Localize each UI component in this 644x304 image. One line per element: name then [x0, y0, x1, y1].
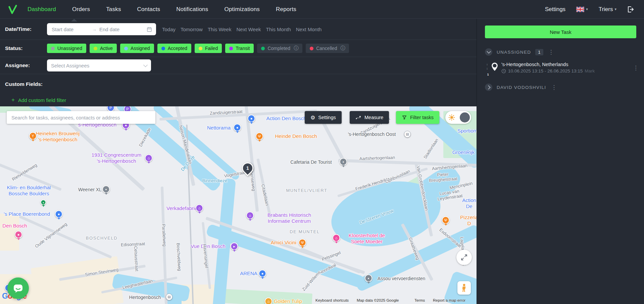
start-date-input[interactable]	[51, 26, 92, 33]
user-name: Triers	[599, 6, 613, 13]
status-filter-failed[interactable]: Failed	[195, 44, 222, 53]
quick-filter-this-month[interactable]: This Month	[266, 27, 291, 32]
kebab-menu-icon[interactable]: ⋮	[550, 85, 557, 90]
quick-filter-next-week[interactable]: Next Week	[236, 27, 261, 32]
user-menu[interactable]: Triers ▾	[599, 6, 616, 13]
add-custom-field-button[interactable]: + Add custom field filter	[11, 97, 66, 103]
quick-filter-tomorrow[interactable]: Tomorrow	[181, 27, 203, 32]
pegman-button[interactable]	[457, 281, 471, 295]
clock-icon	[501, 69, 506, 73]
nav-item-dashboard[interactable]: Dashboard	[28, 6, 56, 13]
museum-marker-brabants-historisch[interactable]: ⌂	[246, 212, 254, 219]
restaurant-marker-amici-vicini[interactable]: Ψ	[299, 239, 306, 247]
bar-marker-heineken[interactable]: Y	[29, 132, 37, 140]
filter-tasks-button[interactable]: Filter tasks	[396, 111, 439, 124]
nav-item-tasks[interactable]: Tasks	[106, 6, 121, 13]
nav-item-orders[interactable]: Orders	[72, 6, 90, 13]
status-label: Transit	[236, 46, 250, 51]
hotel-marker-golden-tulip[interactable]: ⌂	[265, 298, 273, 304]
status-filter-assigned[interactable]: Assigned	[120, 44, 154, 53]
task-card[interactable]: ↑↓1's-Hertogenbosch, Netherlands10.06.20…	[486, 62, 639, 73]
logout-icon[interactable]	[627, 5, 635, 13]
restaurant-marker-heinde-den-bosch[interactable]: Ψ	[256, 133, 263, 140]
poi-marker-cafetaria-de-tourist[interactable]: ●	[340, 158, 347, 166]
pegman-icon	[460, 284, 468, 292]
calendar-icon[interactable]	[147, 27, 152, 32]
marker-glyph: ⌂	[198, 206, 201, 210]
nav-item-reports[interactable]: Reports	[276, 6, 296, 13]
language-selector[interactable]: ▾	[576, 7, 588, 12]
marker-tail	[258, 140, 261, 142]
map-search-input[interactable]	[7, 111, 155, 124]
poi-marker-arena[interactable]: ●	[259, 270, 266, 277]
store-marker-nettorama[interactable]: ●	[234, 124, 241, 132]
store-marker-action-den-bosch[interactable]: ●	[248, 115, 255, 122]
datetime-label: Date/Time:	[5, 26, 47, 32]
expand-map-button[interactable]	[456, 250, 472, 265]
collapse-toggle[interactable]	[485, 48, 492, 56]
nav-settings[interactable]: Settings	[545, 6, 565, 13]
map-settings-label: Settings	[318, 115, 336, 120]
map-attribution-item[interactable]: Report a map error	[433, 298, 465, 302]
park-marker[interactable]: ●	[41, 200, 46, 205]
status-filter-active[interactable]: Active	[90, 44, 117, 53]
funnel-icon	[402, 115, 407, 120]
quick-filter-next-month[interactable]: Next Month	[296, 27, 322, 32]
status-filter-transit[interactable]: Transit	[225, 44, 254, 53]
assignee-label: Assignee:	[5, 62, 47, 68]
chat-widget-button[interactable]	[7, 277, 29, 299]
kebab-menu-icon[interactable]: ⋮	[548, 49, 555, 55]
restaurant-marker-pizzeria[interactable]: Ψ	[442, 216, 450, 224]
task-sidebar: New Task UNASSIGNED1⋮↑↓1's-Hertogenbosch…	[477, 19, 644, 304]
status-filter-completed[interactable]: Completedⓘ	[257, 44, 302, 53]
marker-glyph: Ψ	[258, 135, 261, 138]
marker-tail	[125, 129, 127, 131]
date-quick-links: TodayTomorrowThis WeekNext WeekThis Mont…	[162, 27, 321, 32]
task-pin-icon: 1	[491, 62, 498, 73]
hotel-marker-kloosterhotel[interactable]: ⌂	[333, 234, 340, 242]
map-measure-button[interactable]: Measure	[350, 111, 389, 124]
quick-filter-this-week[interactable]: This Week	[208, 27, 232, 32]
quick-filter-today[interactable]: Today	[162, 27, 176, 32]
collapse-toggle[interactable]	[485, 84, 492, 91]
status-badges: UnassignedActiveAssignedAcceptedFailedTr…	[47, 44, 349, 53]
poi-marker-assou[interactable]: ●	[365, 274, 373, 282]
status-filter-unassigned[interactable]: Unassigned	[47, 44, 86, 53]
store-marker-boerenbond[interactable]: ●	[55, 210, 63, 218]
marker-tail	[147, 162, 150, 164]
train-station-icon-hertogenbosch[interactable]: ▤	[166, 294, 172, 300]
map-settings-button[interactable]: ⚙ Settings	[305, 111, 342, 124]
venue-marker-1931-congrescentrum[interactable]: ⌂	[145, 154, 153, 162]
train-station-icon-oost[interactable]: ▤	[404, 131, 411, 138]
map-attribution-item[interactable]: Keyboard shortcuts	[315, 298, 349, 302]
brand-logo[interactable]	[7, 4, 17, 15]
new-task-button[interactable]: New Task	[485, 26, 636, 38]
marker-glyph: ⌂	[148, 156, 150, 160]
nav-item-notifications[interactable]: Notifications	[176, 6, 208, 13]
info-icon[interactable]: ⓘ	[294, 45, 298, 51]
chevron-down-icon	[143, 63, 148, 67]
status-filter-accepted[interactable]: Accepted	[157, 44, 191, 53]
marker-tail	[233, 250, 236, 252]
poi-marker-pink[interactable]: ●	[15, 231, 22, 239]
kebab-menu-icon[interactable]: ⋮	[632, 65, 639, 71]
drag-handle[interactable]: ↑↓	[486, 63, 488, 73]
cinema-marker-vue-den-bosch[interactable]: ▸	[231, 243, 238, 250]
assignee-select[interactable]: Select Assignees	[47, 59, 151, 71]
status-label: Assigned	[131, 46, 150, 51]
map-attribution-item[interactable]: Terms	[414, 298, 425, 302]
nav-item-optimizations[interactable]: Optimizations	[224, 6, 260, 13]
measure-icon	[355, 114, 361, 120]
status-dot	[51, 47, 55, 50]
info-icon[interactable]: ⓘ	[340, 45, 345, 51]
light-dark-toggle[interactable]	[445, 111, 471, 124]
poi-marker-weener-xl[interactable]: ●	[102, 186, 110, 193]
venue-marker-verkadefabriek[interactable]: ⌂	[196, 204, 203, 212]
end-date-input[interactable]	[99, 26, 140, 33]
nav-item-contacts[interactable]: Contacts	[137, 6, 160, 13]
map[interactable]: ZandzuigerstraatZandzuigerstraatAction D…	[0, 106, 477, 304]
task-body: 's-Hertogenbosch, Netherlands10.06.2025 …	[501, 62, 595, 73]
status-filter-cancelled[interactable]: Cancelledⓘ	[306, 44, 349, 53]
marker-glyph: ▸	[233, 245, 235, 248]
date-range-input[interactable]: →	[47, 23, 156, 35]
